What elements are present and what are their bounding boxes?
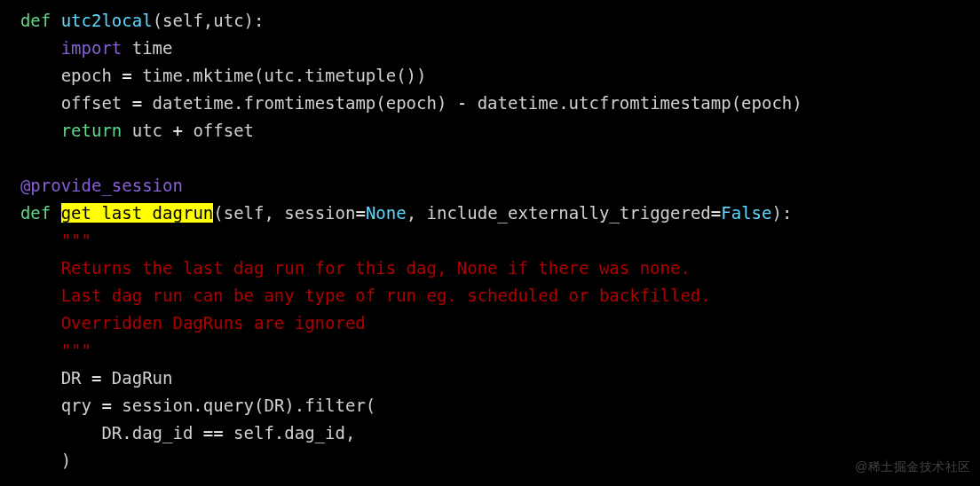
code-text: ): — [771, 203, 792, 223]
value-none: None — [366, 203, 407, 223]
code-text: DR — [61, 368, 91, 388]
decorator-provide-session: @provide_session — [20, 176, 183, 195]
operator-plus: + — [172, 121, 182, 140]
code-text: DagRun — [101, 368, 172, 388]
operator-eq: = — [101, 396, 111, 415]
code-text: session.query(DR).filter( — [112, 396, 375, 415]
code-text: time.mktime(utc.timetuple()) — [132, 66, 427, 85]
operator-minus: - — [457, 93, 467, 113]
code-text: DR.dag_id — [101, 423, 202, 443]
code-text: ) — [61, 451, 71, 470]
code-editor: def utc2local(self,utc): import time epo… — [0, 0, 980, 474]
docstring-quote: """ — [61, 231, 91, 250]
code-text: , include_externally_triggered — [407, 203, 711, 223]
module-time: time — [132, 38, 173, 58]
operator-eq: = — [132, 93, 142, 113]
operator-eq: = — [355, 203, 365, 223]
operator-eq: = — [122, 66, 131, 85]
keyword-return: return — [61, 121, 122, 140]
docstring-quote: """ — [61, 341, 91, 360]
operator-eqeq: == — [203, 423, 224, 443]
code-text: epoch — [61, 66, 122, 85]
code-text: (self, session — [213, 203, 355, 223]
code-text: datetime.fromtimestamp(epoch) — [142, 93, 457, 113]
code-text: offset — [61, 93, 132, 113]
code-text: qry — [61, 396, 102, 415]
watermark-text: @稀土掘金技术社区 — [855, 453, 971, 481]
operator-eq: = — [91, 368, 101, 388]
signature: (self,utc): — [153, 11, 265, 30]
operator-eq: = — [711, 203, 721, 223]
keyword-def: def — [20, 11, 51, 30]
code-text: utc — [122, 121, 172, 140]
code-text: offset — [183, 121, 254, 140]
docstring-line: Overridden DagRuns are ignored — [61, 313, 366, 333]
code-text: self.dag_id, — [224, 423, 356, 443]
function-name-utc2local: utc2local — [61, 11, 153, 30]
value-false: False — [721, 203, 771, 223]
keyword-import: import — [61, 38, 122, 58]
keyword-def: def — [20, 203, 51, 223]
docstring-line: Last dag run can be any type of run eg. … — [61, 286, 711, 305]
docstring-line: Returns the last dag run for this dag, N… — [61, 258, 691, 278]
code-text: datetime.utcfromtimestamp(epoch) — [467, 93, 802, 113]
function-name-get-last-dagrun-highlighted: get_last_dagrun — [61, 203, 214, 223]
